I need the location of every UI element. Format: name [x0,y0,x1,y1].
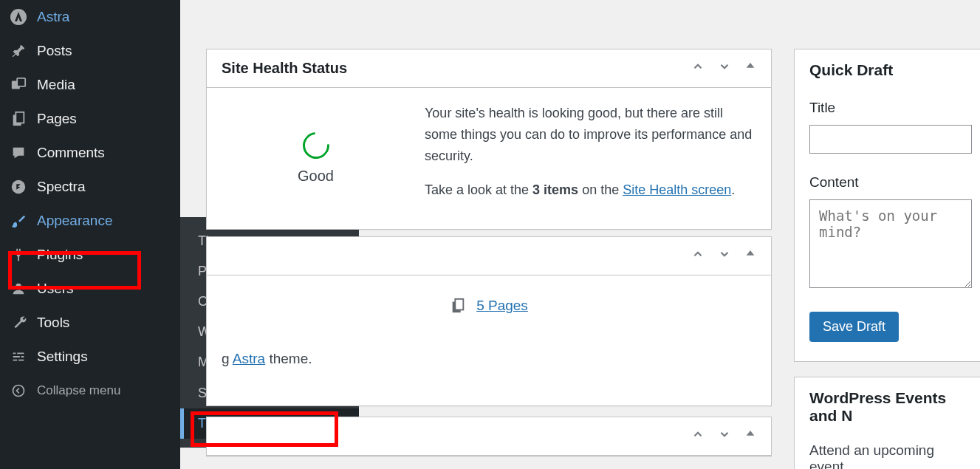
pages-icon [450,298,466,314]
sidebar-label: Settings [37,349,88,365]
svg-point-7 [13,386,24,397]
health-p1: Your site's health is looking good, but … [425,103,756,166]
admin-sidebar: Astra Posts Media Pages Comments Spectra… [0,0,180,469]
comment-icon [9,143,28,162]
sidebar-label: Users [37,281,74,297]
wrench-icon [9,313,28,332]
content-area: Site Health Status Good Your site's heal… [180,0,980,469]
collapse-label: Collapse menu [37,383,120,398]
move-up-icon[interactable] [691,428,705,445]
pin-icon [9,41,28,61]
events-text: Attend an upcoming event [809,442,972,469]
sidebar-item-posts[interactable]: Posts [0,34,180,68]
media-icon [9,75,28,95]
site-health-panel: Site Health Status Good Your site's heal… [206,49,772,230]
quick-draft-panel: Quick Draft Title Content Save Draft [794,49,980,362]
toggle-panel-icon[interactable] [744,428,756,445]
sidebar-item-plugins[interactable]: Plugins [0,238,180,272]
panel-header: Site Health Status [207,49,771,88]
glance-body: 5 Pages [207,275,771,336]
sidebar-item-astra[interactable]: Astra [0,0,180,34]
move-down-icon[interactable] [718,247,731,264]
svg-rect-9 [455,299,463,310]
title-label: Title [809,100,972,116]
sidebar-label: Astra [37,9,69,25]
collapsed-panel [206,417,772,456]
health-text: Your site's health is looking good, but … [425,103,756,214]
panel-controls [691,428,756,445]
sliders-icon [9,347,28,366]
astra-icon [9,7,28,27]
save-draft-button[interactable]: Save Draft [809,312,899,342]
sidebar-label: Pages [37,111,77,127]
draft-title-input[interactable] [809,125,972,154]
svg-rect-2 [17,78,25,86]
sidebar-item-media[interactable]: Media [0,68,180,102]
sidebar-label: Appearance [37,213,112,229]
health-ring-icon [297,127,335,165]
sidebar-item-tools[interactable]: Tools [0,306,180,340]
sidebar-label: Plugins [37,247,83,263]
collapse-menu[interactable]: Collapse menu [0,374,180,408]
sidebar-label: Comments [37,145,105,161]
spectra-icon [9,177,28,196]
sidebar-item-appearance[interactable]: Appearance [0,204,180,238]
user-icon [9,279,28,298]
panel-header [207,237,771,275]
move-up-icon[interactable] [691,60,705,77]
content-label: Content [809,174,972,191]
sidebar-label: Spectra [37,179,85,195]
pages-count-link[interactable]: 5 Pages [222,298,756,314]
brush-icon [9,211,28,230]
sidebar-label: Posts [37,43,72,59]
sidebar-item-settings[interactable]: Settings [0,340,180,374]
sidebar-item-users[interactable]: Users [0,272,180,306]
move-down-icon[interactable] [718,428,731,445]
health-indicator: Good [222,103,410,214]
move-up-icon[interactable] [691,247,705,264]
panel-controls [691,60,756,77]
glance-theme-text: g Astra theme. [207,336,771,382]
toggle-panel-icon[interactable] [744,247,756,264]
svg-point-6 [16,284,21,289]
draft-content-textarea[interactable] [809,199,972,288]
sidebar-label: Media [37,77,75,93]
events-panel: WordPress Events and N Attend an upcomin… [794,377,980,469]
health-body: Good Your site's health is looking good,… [207,88,771,229]
svg-rect-4 [16,112,24,123]
site-health-link[interactable]: Site Health screen [623,182,731,197]
panel-title: Site Health Status [222,60,347,77]
events-title: WordPress Events and N [809,389,972,425]
at-a-glance-panel: 5 Pages g Astra theme. [206,236,772,406]
astra-theme-link[interactable]: Astra [233,351,265,366]
health-status-label: Good [298,168,334,185]
collapse-icon [9,381,28,400]
plug-icon [9,245,28,264]
sidebar-label: Tools [37,315,69,331]
move-down-icon[interactable] [718,60,731,77]
sidebar-item-spectra[interactable]: Spectra [0,170,180,204]
quick-draft-title: Quick Draft [809,61,972,79]
sidebar-item-pages[interactable]: Pages [0,102,180,136]
pages-icon [9,109,28,129]
sidebar-item-comments[interactable]: Comments [0,136,180,170]
toggle-panel-icon[interactable] [744,60,756,77]
health-p2: Take a look at the 3 items on the Site H… [425,179,756,201]
panel-header [207,417,771,456]
panel-controls [691,247,756,264]
